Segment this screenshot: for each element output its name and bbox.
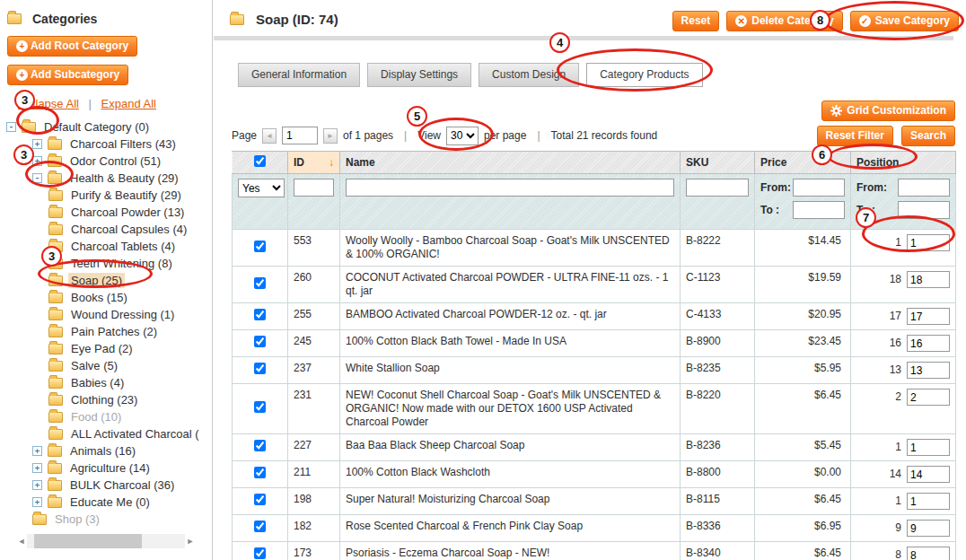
row-price-cell: $6.45 bbox=[755, 384, 851, 434]
sidebar-horizontal-scrollbar[interactable]: ◄ ► bbox=[16, 533, 196, 548]
id-column-header[interactable]: ID↓ bbox=[288, 152, 340, 174]
position-input[interactable] bbox=[907, 362, 950, 379]
position-input[interactable] bbox=[907, 547, 950, 560]
tree-item-shop-3[interactable]: Shop (3) bbox=[0, 511, 212, 528]
row-checkbox-cell bbox=[233, 230, 288, 267]
position-from-input[interactable] bbox=[898, 179, 950, 197]
tree-item-charcoal-filters-43[interactable]: +Charcoal Filters (43) bbox=[0, 136, 212, 153]
tree-item-books-15[interactable]: Books (15) bbox=[0, 289, 212, 306]
row-checkbox[interactable] bbox=[254, 547, 266, 559]
add-subcategory-label: Add Subcategory bbox=[31, 68, 119, 81]
position-input[interactable] bbox=[907, 439, 950, 456]
expand-icon[interactable]: + bbox=[32, 480, 42, 490]
position-input[interactable] bbox=[907, 308, 950, 325]
search-button[interactable]: Search bbox=[901, 126, 955, 146]
price-column-header[interactable]: Price bbox=[755, 152, 851, 174]
per-page-select[interactable]: 30 bbox=[446, 127, 479, 145]
previous-page-button[interactable]: ◄ bbox=[262, 128, 277, 144]
tree-item-bulk-charcoal-36[interactable]: +BULK Charcoal (36) bbox=[0, 477, 212, 494]
row-checkbox[interactable] bbox=[254, 440, 266, 451]
tree-item-health-beauty-29[interactable]: -Health & Beauty (29) bbox=[0, 170, 212, 187]
scrollbar-track[interactable] bbox=[27, 534, 185, 548]
tree-item-food-10[interactable]: Food (10) bbox=[0, 408, 212, 425]
reset-button[interactable]: Reset bbox=[672, 11, 720, 31]
tab-display-settings[interactable]: Display Settings bbox=[367, 63, 471, 87]
position-input[interactable] bbox=[907, 389, 950, 406]
name-filter-input[interactable] bbox=[346, 179, 674, 197]
expand-icon[interactable]: + bbox=[32, 463, 42, 473]
grid-customization-button[interactable]: Grid Customization bbox=[821, 101, 955, 121]
tree-item-eye-pad-2[interactable]: Eye Pad (2) bbox=[0, 340, 212, 357]
price-from-input[interactable] bbox=[793, 179, 845, 197]
tree-item-default-category-0[interactable]: -Default Category (0) bbox=[0, 118, 212, 136]
tab-custom-design[interactable]: Custom Design bbox=[479, 63, 579, 87]
row-checkbox[interactable] bbox=[254, 467, 266, 478]
position-input[interactable] bbox=[907, 335, 950, 352]
selected-filter-select[interactable]: Yes bbox=[238, 179, 285, 197]
tree-item-charcoal-tablets-4[interactable]: Charcoal Tablets (4) bbox=[0, 238, 212, 255]
row-checkbox[interactable] bbox=[254, 277, 266, 289]
collapse-all-link[interactable]: Collapse All bbox=[18, 97, 79, 110]
row-price-cell: $6.45 bbox=[755, 488, 851, 515]
expand-icon[interactable]: + bbox=[32, 446, 42, 456]
row-checkbox[interactable] bbox=[254, 336, 266, 347]
tree-item-charcoal-powder-13[interactable]: Charcoal Powder (13) bbox=[0, 204, 212, 221]
tab-general-information[interactable]: General Information bbox=[238, 63, 360, 87]
id-filter-input[interactable] bbox=[294, 179, 334, 197]
add-root-category-button[interactable]: + Add Root Category bbox=[7, 36, 137, 57]
page-input[interactable] bbox=[282, 127, 318, 144]
expand-all-link[interactable]: Expand All bbox=[101, 97, 156, 110]
tree-item-salve-5[interactable]: Salve (5) bbox=[0, 357, 212, 374]
position-value: 16 bbox=[890, 337, 901, 350]
collapse-icon[interactable]: - bbox=[32, 173, 42, 183]
tree-item-purify-beautify-29[interactable]: Purify & Beautify (29) bbox=[0, 187, 212, 204]
tree-item-soap-25[interactable]: Soap (25) bbox=[0, 272, 212, 289]
row-checkbox[interactable] bbox=[254, 309, 266, 320]
position-input[interactable] bbox=[907, 520, 950, 537]
tree-item-pain-patches-2[interactable]: Pain Patches (2) bbox=[0, 323, 212, 340]
tree-item-animals-16[interactable]: +Animals (16) bbox=[0, 442, 212, 459]
tree-item-wound-dressing-1[interactable]: Wound Dressing (1) bbox=[0, 306, 212, 323]
price-to-input[interactable] bbox=[793, 201, 845, 219]
expand-icon[interactable]: + bbox=[32, 139, 42, 149]
add-subcategory-button[interactable]: + Add Subcategory bbox=[7, 65, 128, 85]
row-checkbox[interactable] bbox=[254, 521, 266, 532]
tree-item-teeth-whitening-8[interactable]: Teeth Whitening (8) bbox=[0, 255, 212, 272]
scrollbar-thumb[interactable] bbox=[34, 534, 142, 548]
tree-item-agriculture-14[interactable]: +Agriculture (14) bbox=[0, 459, 212, 477]
expand-icon[interactable]: + bbox=[32, 497, 42, 507]
tree-item-label: ALL Activated Charcoal ( bbox=[68, 426, 202, 442]
position-input[interactable] bbox=[907, 271, 950, 288]
row-checkbox[interactable] bbox=[254, 494, 266, 505]
scroll-right-icon[interactable]: ► bbox=[185, 537, 196, 546]
position-input[interactable] bbox=[907, 493, 950, 510]
sku-column-header[interactable]: SKU bbox=[681, 152, 755, 174]
select-all-checkbox[interactable] bbox=[254, 155, 266, 167]
position-input[interactable] bbox=[907, 234, 950, 251]
reset-filter-button[interactable]: Reset Filter bbox=[817, 126, 893, 146]
tree-item-charcoal-capsules-4[interactable]: Charcoal Capsules (4) bbox=[0, 221, 212, 238]
row-checkbox[interactable] bbox=[254, 401, 266, 413]
row-checkbox[interactable] bbox=[254, 363, 266, 374]
reset-button-label: Reset bbox=[681, 14, 711, 27]
reset-filter-label: Reset Filter bbox=[826, 129, 884, 142]
tree-item-all-activated-charcoal[interactable]: ALL Activated Charcoal ( bbox=[0, 425, 212, 442]
position-input[interactable] bbox=[907, 466, 950, 483]
tree-item-label: Charcoal Powder (13) bbox=[68, 205, 187, 220]
expand-icon[interactable]: + bbox=[32, 156, 42, 166]
position-column-header[interactable]: Position bbox=[851, 152, 956, 174]
scroll-left-icon[interactable]: ◄ bbox=[16, 537, 27, 546]
save-category-button[interactable]: ✓ Save Category bbox=[850, 11, 959, 31]
tree-item-clothing-23[interactable]: Clothing (23) bbox=[0, 391, 212, 408]
delete-category-button[interactable]: ✕ Delete Category bbox=[726, 11, 842, 31]
sku-filter-input[interactable] bbox=[686, 179, 749, 197]
collapse-icon[interactable]: - bbox=[6, 122, 16, 132]
tree-item-babies-4[interactable]: Babies (4) bbox=[0, 374, 212, 391]
position-to-input[interactable] bbox=[898, 201, 950, 219]
tree-item-odor-control-51[interactable]: +Odor Control (51) bbox=[0, 153, 212, 170]
name-column-header[interactable]: Name bbox=[340, 152, 681, 174]
tab-category-products[interactable]: Category Products bbox=[586, 63, 702, 87]
next-page-button[interactable]: ► bbox=[323, 128, 338, 144]
tree-item-educate-me-0[interactable]: +Educate Me (0) bbox=[0, 494, 212, 511]
row-checkbox[interactable] bbox=[254, 241, 266, 252]
